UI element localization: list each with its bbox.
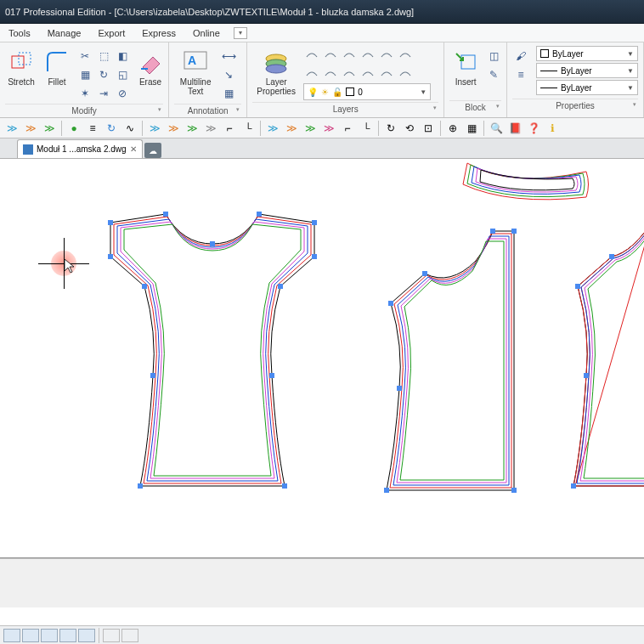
tool-c2[interactable]: ≫ <box>283 120 300 137</box>
tool-a2[interactable]: ≫ <box>22 120 39 137</box>
layer-tool-4[interactable] <box>359 46 376 63</box>
color-selector[interactable]: ByLayer ▼ <box>536 46 638 61</box>
panel-annotation-label[interactable]: Annotation <box>174 104 241 116</box>
erase-button[interactable]: Erase <box>134 46 167 99</box>
separator <box>61 121 62 136</box>
svg-rect-1 <box>19 53 31 65</box>
offset-icon[interactable]: ⬚ <box>95 48 112 65</box>
layer-tool-1[interactable] <box>303 46 320 63</box>
tool-rot2[interactable]: ⟲ <box>401 120 418 137</box>
status-lwt[interactable] <box>103 629 120 642</box>
tool-c4[interactable]: ≫ <box>320 120 337 137</box>
status-snap[interactable] <box>3 629 20 642</box>
layer-tool-6[interactable] <box>397 46 414 63</box>
extend-icon[interactable]: ⇥ <box>95 85 112 102</box>
tool-target[interactable]: ⊕ <box>444 120 461 137</box>
svg-rect-22 <box>511 488 517 493</box>
break-icon[interactable]: ⊘ <box>114 85 131 102</box>
layer-properties-button[interactable]: Layer Properties <box>252 46 300 99</box>
tool-b2[interactable]: ≫ <box>165 120 182 137</box>
layer-tool-7[interactable] <box>303 65 320 82</box>
pattern-right-partial <box>561 206 644 503</box>
tool-c5[interactable]: ⌐ <box>339 120 356 137</box>
panel-layers-label[interactable]: Layers <box>252 102 438 114</box>
tool-layer-on[interactable]: ● <box>65 120 82 137</box>
status-polar[interactable] <box>59 629 76 642</box>
block-create-icon[interactable]: ◫ <box>485 48 502 65</box>
pattern-collar-piece <box>459 159 612 210</box>
tool-search[interactable]: 🔍 <box>488 120 505 137</box>
lightbulb-icon: 💡 <box>308 88 318 97</box>
layer-tool-11[interactable] <box>378 65 395 82</box>
stretch-button[interactable]: Stretch <box>5 46 37 99</box>
dimension-icon[interactable]: ⟷ <box>220 48 237 65</box>
tool-layer-list[interactable]: ≡ <box>84 120 101 137</box>
tool-book[interactable]: 📕 <box>506 120 523 137</box>
mirror-icon[interactable]: ◧ <box>114 48 131 65</box>
rotate-icon[interactable]: ↻ <box>95 66 112 83</box>
current-layer-selector[interactable]: 💡 ☀ 🔓 0 ▼ <box>303 83 431 100</box>
list-properties-icon[interactable]: ≡ <box>512 66 529 83</box>
tool-b6[interactable]: └ <box>240 120 257 137</box>
tool-rot3[interactable]: ⊡ <box>420 120 437 137</box>
layer-tool-10[interactable] <box>359 65 376 82</box>
tool-info[interactable]: ℹ <box>544 120 561 137</box>
explode-icon[interactable]: ✶ <box>76 85 93 102</box>
command-line-area[interactable] <box>0 558 644 607</box>
tool-b4[interactable]: ≫ <box>202 120 219 137</box>
add-tab-button[interactable]: ☁ <box>144 143 161 158</box>
layer-tool-5[interactable] <box>378 46 395 63</box>
layer-tool-2[interactable] <box>322 46 339 63</box>
panel-properties-label[interactable]: Properties <box>512 99 638 110</box>
close-icon[interactable]: ✕ <box>130 144 137 154</box>
block-edit-icon[interactable]: ✎ <box>485 66 502 83</box>
tool-c3[interactable]: ≫ <box>302 120 319 137</box>
array-icon[interactable]: ▦ <box>76 66 93 83</box>
layer-tool-8[interactable] <box>322 65 339 82</box>
svg-rect-18 <box>269 373 274 378</box>
leader-icon[interactable]: ↘ <box>220 66 237 83</box>
tool-c1[interactable]: ≫ <box>264 120 281 137</box>
status-osnap[interactable] <box>78 629 95 642</box>
match-properties-icon[interactable]: 🖌 <box>512 48 529 65</box>
status-ortho[interactable] <box>41 629 58 642</box>
menu-express[interactable]: Express <box>133 28 184 38</box>
linetype-selector[interactable]: ByLayer ▼ <box>536 80 638 95</box>
tool-a1[interactable]: ≫ <box>3 120 20 137</box>
tool-help[interactable]: ❓ <box>525 120 542 137</box>
svg-rect-17 <box>150 373 155 378</box>
lineweight-selector[interactable]: ByLayer ▼ <box>536 63 638 78</box>
multiline-text-button[interactable]: A Multiline Text <box>174 46 217 99</box>
layer-tool-12[interactable] <box>397 65 414 82</box>
document-tab[interactable]: Moduł 1 ...amska 2.dwg ✕ <box>17 139 143 158</box>
layer-tool-3[interactable] <box>341 46 358 63</box>
pattern-front-bodice <box>102 206 323 503</box>
table-icon[interactable]: ▦ <box>220 85 237 102</box>
tool-b3[interactable]: ≫ <box>184 120 201 137</box>
tool-rot1[interactable]: ↻ <box>382 120 399 137</box>
panel-modify-label[interactable]: Modify <box>5 104 163 116</box>
insert-icon <box>452 48 479 76</box>
tool-c6[interactable]: └ <box>358 120 375 137</box>
menu-online[interactable]: Online <box>184 28 229 38</box>
drawing-canvas[interactable] <box>0 159 644 558</box>
menu-dropdown-icon[interactable]: ▾ <box>234 27 247 39</box>
menu-export[interactable]: Export <box>89 28 133 38</box>
layer-tool-9[interactable] <box>341 65 358 82</box>
tool-grid[interactable]: ▦ <box>463 120 480 137</box>
svg-rect-14 <box>312 254 317 259</box>
tool-refresh[interactable]: ↻ <box>103 120 120 137</box>
tool-spline[interactable]: ∿ <box>121 120 138 137</box>
tool-b1[interactable]: ≫ <box>146 120 163 137</box>
tool-b5[interactable]: ⌐ <box>221 120 238 137</box>
menu-tools[interactable]: Tools <box>0 28 39 38</box>
trim-icon[interactable]: ✂ <box>76 48 93 65</box>
tool-a3[interactable]: ≫ <box>41 120 58 137</box>
insert-block-button[interactable]: Insert <box>449 46 482 99</box>
fillet-button[interactable]: Fillet <box>41 46 73 99</box>
status-grid[interactable] <box>22 629 39 642</box>
scale-icon[interactable]: ◱ <box>114 66 131 83</box>
panel-block-label[interactable]: Block <box>449 100 501 112</box>
menu-manage[interactable]: Manage <box>39 28 90 38</box>
status-model[interactable] <box>121 629 138 642</box>
